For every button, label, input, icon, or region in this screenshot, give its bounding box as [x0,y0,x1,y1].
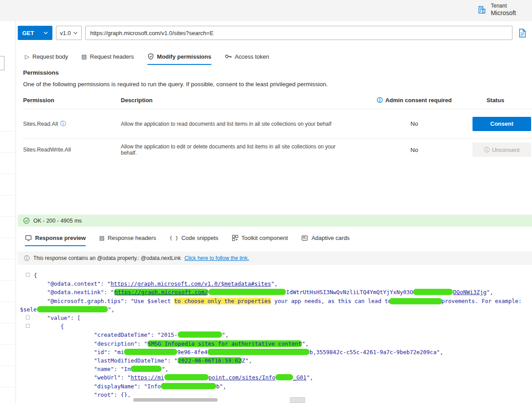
request-body-icon: ▷ [25,53,29,60]
code-link[interactable]: _G01 [293,374,306,381]
code-link[interactable]: https://graph.microsoft.com/v1.0/$metada… [111,280,271,287]
code-text: ", [271,280,278,287]
consent-button[interactable]: Consent [472,117,531,131]
tab-adaptive-cards[interactable]: Adaptive cards [301,229,349,246]
code-text: { [34,323,64,330]
permission-name: Sites.ReadWrite.All [23,147,71,153]
response-status-bar: OK - 200 - 4905 ms [18,215,532,227]
tab-access-token[interactable]: Access token [225,48,269,65]
redaction-marker [413,289,453,295]
tenant-name: Microsoft [491,9,516,17]
scrollbar-thumb[interactable] [133,398,218,402]
code-text: ", [487,289,493,295]
request-tabbar: ▷ Request body ▤ Request headers Modify … [18,48,269,65]
request-url-input[interactable] [85,26,512,40]
code-link-redacted[interactable]: https://graph.microsoft.com/ [114,289,209,295]
code-text: "root": {}, [34,391,131,397]
follow-nextlink-link[interactable]: Click here to follow the link. [184,255,249,261]
code-line: { [34,322,532,331]
response-preview-editor[interactable]: { "@odata.context": "https://graph.micro… [18,267,532,397]
code-link[interactable]: point.com/sites/Info [209,374,276,381]
redaction-marker [37,306,108,312]
code-text: "lastModifiedDateTime": " [34,357,178,364]
tab-response-preview[interactable]: Response preview [25,229,86,246]
toolkit-component-icon [232,235,238,241]
scrollbar-end-box [290,397,305,403]
redaction-marker [207,349,310,355]
sidebar-separator [0,217,15,238]
code-text: "name": "In [34,366,131,372]
sidebar-separator [0,153,15,174]
sidebar-separator [0,238,15,259]
sidebar-separator [0,302,15,323]
tab-code-snippets[interactable]: { } Code snippets [170,229,218,246]
code-line: "description": "SMSG Infopedia sites for… [34,339,532,348]
sidebar-separator [0,281,15,302]
tab-request-headers[interactable]: ▤ Request headers [81,48,134,65]
response-preview-icon [25,235,32,241]
chevron-down-icon [44,32,48,34]
code-line: { [34,271,532,279]
http-method-dropdown[interactable]: GET [18,26,52,40]
tab-label: Request headers [90,53,134,60]
col-permission: Permission [23,97,121,104]
tab-label: Response headers [107,235,156,241]
redaction-marker [275,374,293,380]
code-text: 9e96-4fe4 [177,349,207,355]
code-link[interactable]: https://mi [131,374,164,381]
code-link[interactable]: DQoNWi3Zjg [453,289,486,295]
tenant-label: Tenant [491,3,516,9]
tab-response-headers[interactable]: ▤ Response headers [99,229,156,246]
permission-row-sites-read-all: Sites.Read.All ⓘ Allow the application t… [23,109,532,139]
info-icon: ⓘ [24,255,30,261]
tab-modify-permissions[interactable]: Modify permissions [147,48,211,65]
sidebar-separator [0,110,15,132]
document-icon [519,28,526,38]
tab-request-body[interactable]: ▷ Request body [25,48,68,65]
info-icon[interactable]: ⓘ [60,121,66,127]
code-line: "displayName": "Infob", [34,382,532,391]
admin-consent-value: No [370,147,459,153]
redaction-marker [161,383,216,389]
code-line: "createdDateTime": "2015-", [34,331,532,339]
code-text: "@odata.nextLink": " [34,289,114,295]
request-headers-icon: ▤ [81,53,87,60]
main-content: GET v1.0 ▷ Request body [16,21,532,403]
code-text: "displayName": "Info [34,383,161,390]
permission-description: Allow the application to edit or delete … [121,144,370,156]
code-text: ", [162,366,168,372]
code-text: Z", [242,357,252,364]
unconsent-button[interactable]: ⓘ Unconsent [472,143,531,157]
success-check-icon [23,217,30,224]
code-text: IdWtrUtHsHSI3NwQvNzliLTQ4YmQtYjYxNy03O [286,289,413,295]
code-text: ", [306,374,313,381]
fold-marker[interactable] [26,273,30,277]
tab-label: Code snippets [181,235,218,241]
horizontal-scrollbar [16,397,532,403]
fold-marker[interactable] [26,324,30,328]
code-text: "@microsoft.graph.tips": "Use $select [34,298,174,304]
sidebar-item-separators [0,110,15,387]
response-headers-icon: ▤ [99,235,104,241]
api-version-label: v1.0 [60,30,71,36]
sidebar-collapsed-toggle[interactable] [0,56,4,70]
code-text: "description": " [34,340,147,347]
api-version-dropdown[interactable]: v1.0 [56,26,82,40]
adaptive-cards-icon [301,235,308,241]
green-highlight-text: 2022-06-06T16:59:02 [178,357,242,364]
code-line: $sele", [20,305,532,314]
share-query-button[interactable] [516,26,528,40]
tab-toolkit-component[interactable]: Toolkit component [232,229,288,246]
col-admin-consent: ⓘ Admin consent required [370,97,459,104]
code-text: "createdDateTime": "2015- [34,331,178,338]
code-text: ", [222,331,229,338]
redaction-marker [178,331,222,338]
code-line: "@odata.context": "https://graph.microso… [34,279,532,288]
code-text: b", [216,383,226,390]
fold-marker[interactable] [26,315,30,319]
tenant-info[interactable]: Tenant Microsoft [477,3,516,17]
odata-notice-bar: ⓘ This response contains an @odata prope… [18,251,532,265]
redaction-marker [208,289,286,295]
info-icon[interactable]: ⓘ [377,97,383,103]
shield-check-icon [147,53,154,60]
